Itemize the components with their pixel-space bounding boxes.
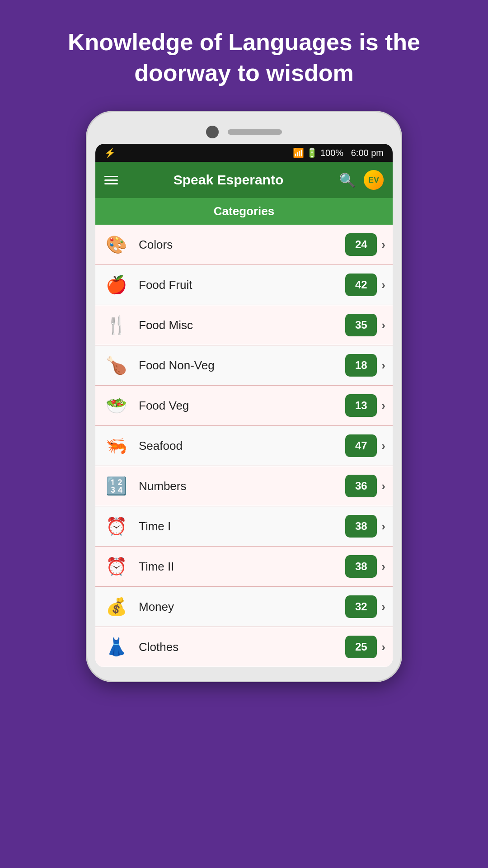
category-count: 38	[345, 555, 377, 578]
category-icon: 🥗	[103, 392, 130, 419]
status-right: 📶 🔋 100% 6:00 pm	[293, 147, 384, 158]
categories-label: Categories	[214, 204, 274, 218]
list-item[interactable]: 👗 Clothes 25 ›	[95, 627, 393, 667]
category-count: 25	[345, 636, 377, 658]
chevron-right-icon: ›	[381, 399, 385, 413]
category-icon: 🍗	[103, 352, 130, 379]
app-title: Speak Esperanto	[118, 172, 339, 188]
category-count: 32	[345, 595, 377, 618]
category-label: Food Veg	[139, 399, 345, 413]
category-count: 18	[345, 354, 377, 377]
list-item[interactable]: ⏰ Time I 38 ›	[95, 506, 393, 547]
phone-notch	[95, 126, 393, 138]
chevron-right-icon: ›	[381, 600, 385, 614]
chevron-right-icon: ›	[381, 278, 385, 292]
category-count: 42	[345, 274, 377, 296]
hamburger-menu-button[interactable]	[104, 176, 118, 184]
categories-bar: Categories	[95, 198, 393, 225]
chevron-right-icon: ›	[381, 359, 385, 373]
chevron-right-icon: ›	[381, 318, 385, 332]
list-item[interactable]: 🥗 Food Veg 13 ›	[95, 386, 393, 426]
toolbar-icons: 🔍 EV	[339, 170, 384, 190]
category-icon: 🦐	[103, 432, 130, 459]
category-label: Money	[139, 600, 345, 614]
category-label: Clothes	[139, 640, 345, 654]
chevron-right-icon: ›	[381, 439, 385, 453]
list-item[interactable]: 🍗 Food Non-Veg 18 ›	[95, 345, 393, 386]
category-label: Food Non-Veg	[139, 359, 345, 373]
list-item[interactable]: 💰 Money 32 ›	[95, 587, 393, 627]
category-icon: 👗	[103, 633, 130, 660]
category-label: Food Fruit	[139, 278, 345, 292]
category-icon: 🍎	[103, 271, 130, 298]
list-item[interactable]: 🍴 Food Misc 35 ›	[95, 305, 393, 345]
chevron-right-icon: ›	[381, 238, 385, 252]
phone-screen: ⚡ 📶 🔋 100% 6:00 pm Speak Esperanto 🔍 EV …	[95, 144, 393, 667]
search-icon[interactable]: 🔍	[339, 172, 356, 188]
category-count: 24	[345, 233, 377, 256]
phone-frame: ⚡ 📶 🔋 100% 6:00 pm Speak Esperanto 🔍 EV …	[86, 111, 402, 682]
category-label: Time I	[139, 519, 345, 533]
category-count: 38	[345, 515, 377, 538]
chevron-right-icon: ›	[381, 640, 385, 654]
status-bar: ⚡ 📶 🔋 100% 6:00 pm	[95, 144, 393, 162]
header-quote-section: Knowledge of Languages is the doorway to…	[0, 0, 488, 111]
list-item[interactable]: ⏰ Time II 38 ›	[95, 547, 393, 587]
chevron-right-icon: ›	[381, 560, 385, 574]
category-label: Food Misc	[139, 318, 345, 332]
list-item[interactable]: 🔢 Numbers 36 ›	[95, 466, 393, 506]
category-icon: 💰	[103, 593, 130, 620]
category-label: Numbers	[139, 479, 345, 493]
chevron-right-icon: ›	[381, 519, 385, 533]
category-icon: ⏰	[103, 513, 130, 540]
category-count: 13	[345, 394, 377, 417]
camera-icon	[206, 126, 219, 138]
category-label: Colors	[139, 238, 345, 252]
category-icon: 🎨	[103, 231, 130, 258]
category-icon: 🍴	[103, 311, 130, 339]
chevron-right-icon: ›	[381, 479, 385, 493]
category-label: Seafood	[139, 439, 345, 453]
category-icon: ⏰	[103, 553, 130, 580]
category-count: 47	[345, 434, 377, 457]
category-label: Time II	[139, 560, 345, 574]
quote-text: Knowledge of Languages is the doorway to…	[0, 0, 488, 111]
toolbar: Speak Esperanto 🔍 EV	[95, 162, 393, 198]
category-icon: 🔢	[103, 472, 130, 500]
categories-list: 🎨 Colors 24 › 🍎 Food Fruit 42 › 🍴 Food M…	[95, 225, 393, 667]
status-left: ⚡	[104, 147, 116, 158]
speaker-grille	[228, 129, 282, 135]
category-count: 35	[345, 314, 377, 336]
list-item[interactable]: 🍎 Food Fruit 42 ›	[95, 265, 393, 305]
category-count: 36	[345, 475, 377, 497]
list-item[interactable]: 🎨 Colors 24 ›	[95, 225, 393, 265]
ev-badge-button[interactable]: EV	[364, 170, 384, 190]
list-item[interactable]: 🦐 Seafood 47 ›	[95, 426, 393, 466]
